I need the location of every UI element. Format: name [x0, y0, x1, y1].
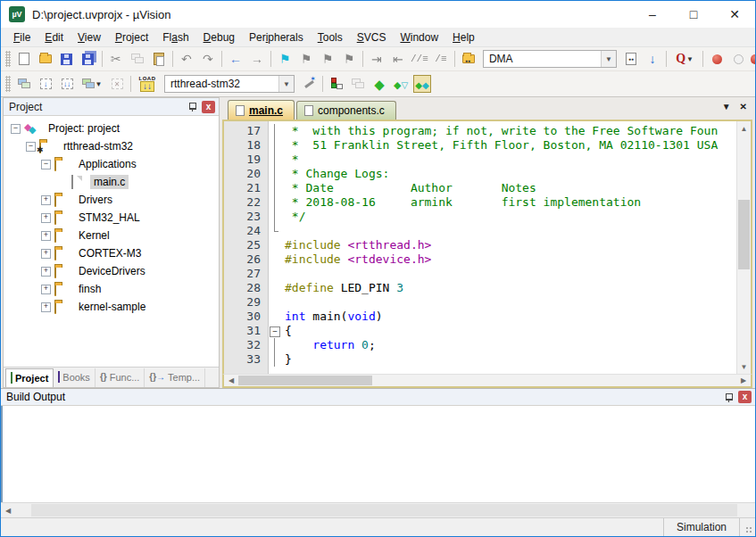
code-text[interactable]: * with this program; if not, write to th… — [281, 121, 736, 374]
previous-bookmark-button[interactable]: ⚑ — [295, 49, 317, 69]
project-panel-close-button[interactable]: x — [202, 101, 215, 113]
build-output-scrollbar[interactable]: ◀ — [1, 502, 755, 517]
collapse-icon[interactable]: − — [26, 142, 36, 152]
panel-tab-func[interactable]: {}Func... — [96, 368, 145, 387]
target-combobox[interactable]: rtthread-stm32 ▼ — [164, 75, 295, 93]
menu-view[interactable]: View — [71, 29, 108, 45]
tree-item-cortex-m3[interactable]: +CORTEX-M3 — [4, 244, 219, 262]
tree-item-applications[interactable]: −Applications — [4, 155, 219, 173]
debug-session-button[interactable]: Q ▼ — [669, 49, 700, 69]
menu-peripherals[interactable]: Peripherals — [242, 29, 311, 45]
file-extensions-button[interactable] — [347, 74, 369, 94]
hscroll-track[interactable] — [238, 375, 736, 386]
paste-button[interactable] — [148, 49, 170, 69]
scroll-left-icon[interactable]: ◀ — [224, 374, 238, 388]
manage-rte-button[interactable]: ◆ — [369, 74, 390, 94]
tab-list-dropdown-icon[interactable]: ▼ — [722, 102, 731, 112]
find-button[interactable] — [620, 49, 642, 69]
minimize-button[interactable]: – — [632, 1, 673, 28]
clear-bookmarks-button[interactable]: ⚑ — [338, 49, 360, 69]
expand-icon[interactable]: + — [41, 302, 51, 312]
panel-tab-temp[interactable]: {}→Temp... — [145, 368, 205, 387]
collapse-icon[interactable]: − — [11, 124, 21, 134]
panel-tab-project[interactable]: Project — [5, 368, 54, 387]
tree-item-finsh[interactable]: +finsh — [4, 280, 219, 298]
menu-flash[interactable]: Flash — [155, 29, 195, 45]
editor-tab-main-c[interactable]: main.c — [228, 100, 295, 120]
indent-button[interactable]: ⇥ — [366, 49, 387, 69]
scroll-right-icon[interactable]: ▶ — [736, 374, 751, 388]
toolbar-grip[interactable] — [5, 76, 11, 92]
tree-item-kernel[interactable]: +Kernel — [4, 227, 219, 244]
scroll-left-icon[interactable]: ◀ — [1, 503, 15, 517]
tree-item-kernel-sample[interactable]: +kernel-sample — [4, 298, 219, 316]
menu-debug[interactable]: Debug — [196, 29, 242, 45]
kill-breakpoints-icon[interactable] — [751, 54, 755, 64]
expand-icon[interactable]: + — [41, 195, 51, 205]
maximize-button[interactable]: □ — [673, 1, 714, 28]
comment-button[interactable]: //≡ — [409, 49, 430, 69]
toolbar-grip[interactable] — [5, 51, 11, 67]
stop-build-button[interactable]: ✕ — [106, 74, 128, 94]
menu-file[interactable]: File — [6, 29, 37, 45]
tree-item-project-project[interactable]: −Project: project — [4, 120, 219, 137]
batch-build-button[interactable]: ▼ — [78, 74, 106, 94]
save-all-button[interactable] — [78, 49, 99, 69]
tree-item-drivers[interactable]: +Drivers — [4, 191, 219, 209]
hscroll-thumb[interactable] — [31, 504, 737, 516]
expand-icon[interactable]: + — [41, 231, 51, 241]
fold-margin[interactable] — [269, 121, 281, 374]
menu-edit[interactable]: Edit — [37, 29, 71, 45]
menu-tools[interactable]: Tools — [311, 29, 350, 45]
expand-icon[interactable]: + — [41, 213, 51, 223]
fold-collapse-icon[interactable] — [269, 324, 281, 338]
expand-icon[interactable]: + — [41, 267, 51, 277]
translate-button[interactable] — [13, 74, 35, 94]
target-options-button[interactable] — [298, 74, 320, 94]
copy-button[interactable] — [127, 49, 148, 69]
resize-grip[interactable] — [739, 518, 755, 536]
uncomment-button[interactable]: /≡ — [430, 49, 452, 69]
navigate-back-button[interactable]: ← — [225, 49, 246, 69]
select-packs-button[interactable]: ◆▽ — [390, 74, 411, 94]
tree-item-main-c[interactable]: main.c — [4, 173, 219, 191]
build-button[interactable]: ↓ — [35, 74, 56, 94]
editor-horizontal-scrollbar[interactable]: ◀ ▶ — [222, 374, 752, 388]
pin-icon[interactable] — [188, 103, 196, 111]
editor-tab-components-c[interactable]: components.c — [296, 101, 396, 120]
scroll-up-icon[interactable]: ▲ — [737, 121, 751, 136]
build-output-close-button[interactable]: x — [738, 391, 752, 403]
find-combobox[interactable]: DMA ▼ — [483, 50, 617, 68]
new-file-button[interactable] — [13, 49, 35, 69]
close-document-icon[interactable]: ✕ — [740, 102, 747, 112]
find-dropdown-button[interactable]: ▼ — [601, 51, 616, 67]
insert-breakpoint-button[interactable] — [706, 49, 727, 69]
save-button[interactable] — [56, 49, 78, 69]
find-in-files-button[interactable] — [458, 49, 479, 69]
redo-button[interactable]: ↷ — [197, 49, 219, 69]
code-editor[interactable]: 1718192021222324252627282930313233 * wit… — [222, 120, 752, 374]
unindent-button[interactable]: ⇤ — [387, 49, 409, 69]
incremental-find-button[interactable]: ↓ — [642, 49, 663, 69]
panel-tab-books[interactable]: Books — [54, 368, 96, 387]
editor-vertical-scrollbar[interactable]: ▲ ▼ — [736, 121, 751, 374]
vscroll-thumb[interactable] — [738, 200, 750, 269]
navigate-forward-button[interactable]: → — [246, 49, 268, 69]
close-button[interactable]: ✕ — [714, 1, 755, 28]
toggle-bookmark-button[interactable]: ⚑ — [274, 49, 295, 69]
open-file-button[interactable] — [35, 49, 56, 69]
disable-breakpoint-button[interactable] — [727, 49, 749, 69]
tree-item-stm32-hal[interactable]: +STM32_HAL — [4, 209, 219, 227]
cut-button[interactable]: ✂ — [105, 49, 127, 69]
menu-help[interactable]: Help — [445, 29, 482, 45]
vscroll-track[interactable] — [737, 136, 751, 359]
tree-item-rtthread-stm32[interactable]: −✱rtthread-stm32 — [4, 137, 219, 155]
pin-icon[interactable] — [725, 393, 733, 401]
menu-svcs[interactable]: SVCS — [350, 29, 394, 45]
target-dropdown-button[interactable]: ▼ — [278, 76, 294, 92]
download-button[interactable]: LOAD↓↓ — [134, 74, 161, 94]
expand-icon[interactable]: + — [41, 285, 51, 294]
expand-icon[interactable]: + — [41, 249, 51, 259]
tree-item-devicedrivers[interactable]: +DeviceDrivers — [4, 262, 219, 280]
collapse-icon[interactable]: − — [41, 160, 51, 169]
